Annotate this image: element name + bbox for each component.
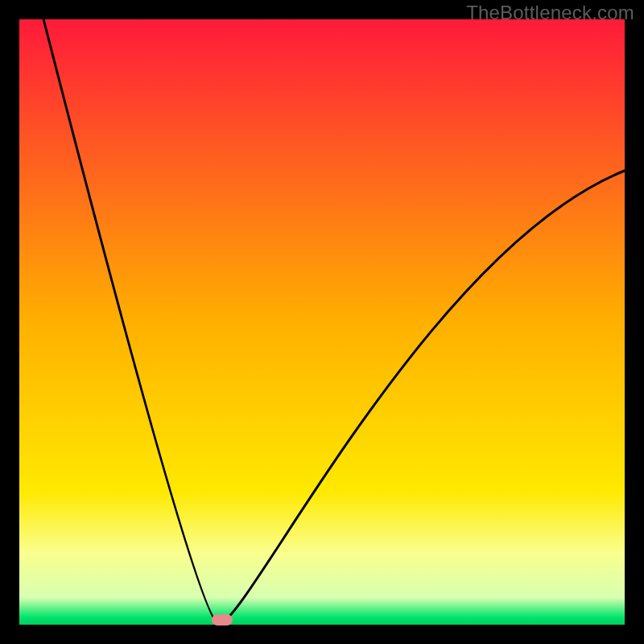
watermark-text: TheBottleneck.com: [466, 2, 634, 24]
plot-background: [19, 19, 625, 625]
minimum-marker: [212, 614, 233, 625]
chart-container: TheBottleneck.com: [0, 0, 644, 644]
bottleneck-chart: [0, 0, 644, 644]
